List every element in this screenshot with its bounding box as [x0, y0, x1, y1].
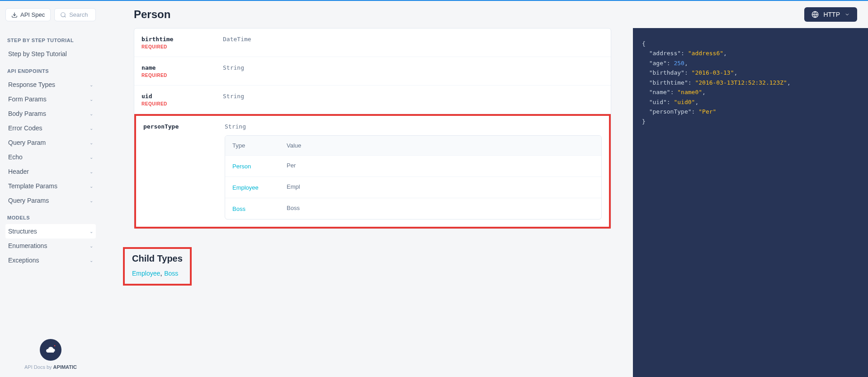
api-spec-label: API Spec: [20, 11, 45, 18]
field-name: birthtime: [142, 36, 223, 43]
nav-label: Body Params: [8, 110, 46, 117]
code-line: "address": "address6",: [642, 48, 859, 58]
nav-item-query-params[interactable]: Query Params⌄: [5, 193, 96, 208]
nav-item-structures[interactable]: Structures⌄: [5, 224, 96, 239]
nav-label: Response Types: [8, 81, 55, 88]
nav-label: Echo: [8, 153, 23, 161]
type-value: Empl: [287, 183, 594, 191]
child-type-link-boss[interactable]: Boss: [164, 270, 178, 277]
code-line: "birthday": "2016-03-13",: [642, 68, 859, 77]
table-row: Employee Empl: [225, 177, 601, 198]
nav-label: Error Codes: [8, 124, 42, 132]
svg-point-0: [61, 12, 65, 16]
gear-icon: [52, 344, 57, 348]
chevron-down-icon: ⌄: [90, 198, 93, 203]
child-types-links: Employee, Boss: [125, 269, 183, 284]
nav-label: Query Param: [8, 139, 46, 146]
child-type-link-employee[interactable]: Employee: [132, 270, 160, 277]
discriminator-table: Type Value Person Per Employee Empl: [225, 135, 602, 220]
sidebar-footer: API Docs by APIMATIC: [5, 339, 96, 370]
search-icon: [60, 12, 66, 18]
nav-label: Form Params: [8, 95, 47, 103]
svg-line-1: [65, 16, 66, 17]
nav-item-exceptions[interactable]: Exceptions⌄: [5, 253, 96, 267]
sidebar: API Spec Search STEP BY STEP TUTORIAL St…: [0, 1, 101, 377]
separator: ,: [160, 269, 164, 277]
page-title: Person: [134, 8, 170, 21]
field-row: birthtime REQUIRED DateTime: [134, 29, 611, 57]
code-panel: { "address": "address6", "age": 250, "bi…: [633, 28, 868, 377]
api-spec-button[interactable]: API Spec: [5, 8, 51, 21]
code-line: }: [642, 117, 859, 126]
field-name: name: [142, 64, 223, 71]
section-title-models: MODELS: [7, 215, 94, 220]
nav-item-response-types[interactable]: Response Types⌄: [5, 77, 96, 92]
type-link-employee[interactable]: Employee: [232, 184, 259, 191]
footer-text: API Docs by APIMATIC: [5, 364, 96, 370]
chevron-down-icon: ⌄: [90, 258, 93, 263]
nav-label: Exceptions: [8, 257, 39, 264]
selector-label: HTTP: [823, 11, 840, 18]
field-row: name REQUIRED String: [134, 57, 611, 86]
nav-label: Header: [8, 168, 29, 175]
nav-item-step-by-step[interactable]: Step by Step Tutorial: [5, 47, 96, 61]
nav-item-header[interactable]: Header⌄: [5, 164, 96, 179]
table-header-type: Type: [232, 142, 287, 149]
nav-label: Step by Step Tutorial: [8, 50, 67, 57]
section-title-tutorial: STEP BY STEP TUTORIAL: [7, 38, 94, 43]
type-link-boss[interactable]: Boss: [232, 205, 245, 212]
chevron-down-icon: ⌄: [90, 184, 93, 189]
main: birthtime REQUIRED DateTime name REQUIRE…: [101, 1, 868, 377]
language-selector[interactable]: HTTP: [804, 7, 857, 22]
nav-item-query-param[interactable]: Query Param⌄: [5, 135, 96, 150]
field-type: DateTime: [223, 36, 604, 43]
chevron-down-icon: ⌄: [90, 229, 93, 234]
type-value: Per: [287, 162, 594, 170]
code-line: "birthtime": "2016-03-13T12:52:32.123Z",: [642, 78, 859, 87]
nav-label: Query Params: [8, 197, 49, 204]
header: Person HTTP: [101, 1, 868, 28]
field-type: String: [223, 64, 604, 71]
field-type: String: [225, 123, 602, 130]
field-type: String: [223, 93, 604, 100]
svg-point-2: [54, 345, 56, 347]
type-value: Boss: [287, 205, 594, 213]
nav-item-echo[interactable]: Echo⌄: [5, 150, 96, 164]
nav-item-error-codes[interactable]: Error Codes⌄: [5, 121, 96, 135]
field-required: REQUIRED: [142, 73, 223, 78]
field-row: uid REQUIRED String: [134, 86, 611, 114]
chevron-down-icon: ⌄: [90, 82, 93, 87]
content: birthtime REQUIRED DateTime name REQUIRE…: [101, 28, 633, 377]
search-button[interactable]: Search: [54, 8, 96, 21]
code-line: "personType": "Per": [642, 107, 859, 116]
highlighted-region-child-types: Child Types Employee, Boss: [123, 247, 192, 286]
field-required: REQUIRED: [142, 101, 223, 106]
field-row: personType String Type Value Person: [136, 116, 609, 227]
chevron-down-icon: ⌄: [90, 126, 93, 131]
nav-item-template-params[interactable]: Template Params⌄: [5, 179, 96, 193]
nav-item-form-params[interactable]: Form Params⌄: [5, 92, 96, 106]
nav-label: Structures: [8, 228, 37, 235]
chevron-down-icon: ⌄: [90, 97, 93, 102]
chevron-down-icon: [844, 12, 850, 17]
field-name: uid: [142, 93, 223, 100]
table-header-value: Value: [287, 142, 594, 149]
code-line: "age": 250,: [642, 58, 859, 68]
download-icon: [11, 12, 18, 18]
table-row: Person Per: [225, 155, 601, 177]
code-line: "name": "name0",: [642, 87, 859, 97]
section-title-endpoints: API ENDPOINTS: [7, 68, 94, 74]
chevron-down-icon: ⌄: [90, 169, 93, 174]
code-line: "uid": "uid0",: [642, 97, 859, 107]
nav-item-body-params[interactable]: Body Params⌄: [5, 106, 96, 121]
code-line: {: [642, 39, 859, 48]
fields-card: birthtime REQUIRED DateTime name REQUIRE…: [134, 28, 611, 229]
type-link-person[interactable]: Person: [232, 163, 251, 170]
child-types-heading: Child Types: [125, 253, 183, 264]
field-name: personType: [143, 123, 225, 130]
chevron-down-icon: ⌄: [90, 155, 93, 160]
table-head: Type Value: [225, 136, 601, 155]
globe-icon: [811, 11, 819, 18]
chevron-down-icon: ⌄: [90, 243, 93, 248]
nav-item-enumerations[interactable]: Enumerations⌄: [5, 239, 96, 253]
